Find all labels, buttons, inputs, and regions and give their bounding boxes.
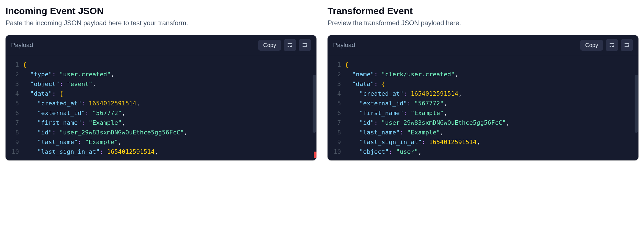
error-marker bbox=[314, 152, 316, 158]
code-header: Payload Copy bbox=[328, 35, 638, 55]
scrollbar-thumb[interactable] bbox=[313, 75, 316, 133]
transformed-title: Transformed Event bbox=[328, 6, 638, 16]
incoming-code-card: Payload Copy 12345678910 { "type": "user… bbox=[6, 35, 316, 160]
incoming-subtitle: Paste the incoming JSON payload here to … bbox=[6, 19, 316, 27]
code-content[interactable]: { "type": "user.created", "object": "eve… bbox=[23, 55, 317, 160]
format-icon[interactable] bbox=[621, 39, 633, 51]
transformed-event-panel: Transformed Event Preview the transforme… bbox=[328, 6, 638, 160]
incoming-title: Incoming Event JSON bbox=[6, 6, 316, 16]
payload-label: Payload bbox=[11, 41, 33, 49]
code-editor[interactable]: 12345678910 { "type": "user.created", "o… bbox=[6, 55, 316, 160]
code-viewer[interactable]: 12345678910 { "name": "clerk/user.create… bbox=[328, 55, 638, 160]
transformed-subtitle: Preview the transformed JSON payload her… bbox=[328, 19, 638, 27]
scrollbar-thumb[interactable] bbox=[635, 75, 638, 133]
code-header-actions: Copy bbox=[258, 39, 311, 51]
code-header-actions: Copy bbox=[580, 39, 633, 51]
copy-button[interactable]: Copy bbox=[580, 40, 603, 51]
line-gutter: 12345678910 bbox=[328, 55, 345, 160]
copy-button[interactable]: Copy bbox=[258, 40, 281, 51]
line-gutter: 12345678910 bbox=[6, 55, 23, 160]
code-header: Payload Copy bbox=[6, 35, 316, 55]
format-icon[interactable] bbox=[299, 39, 311, 51]
payload-label: Payload bbox=[333, 41, 355, 49]
incoming-event-panel: Incoming Event JSON Paste the incoming J… bbox=[6, 6, 316, 160]
code-content: { "name": "clerk/user.created", "data": … bbox=[345, 55, 639, 160]
word-wrap-icon[interactable] bbox=[284, 39, 296, 51]
transform-compare-container: Incoming Event JSON Paste the incoming J… bbox=[6, 6, 638, 160]
transformed-code-card: Payload Copy 12345678910 { "name": "cler… bbox=[328, 35, 638, 160]
word-wrap-icon[interactable] bbox=[606, 39, 618, 51]
